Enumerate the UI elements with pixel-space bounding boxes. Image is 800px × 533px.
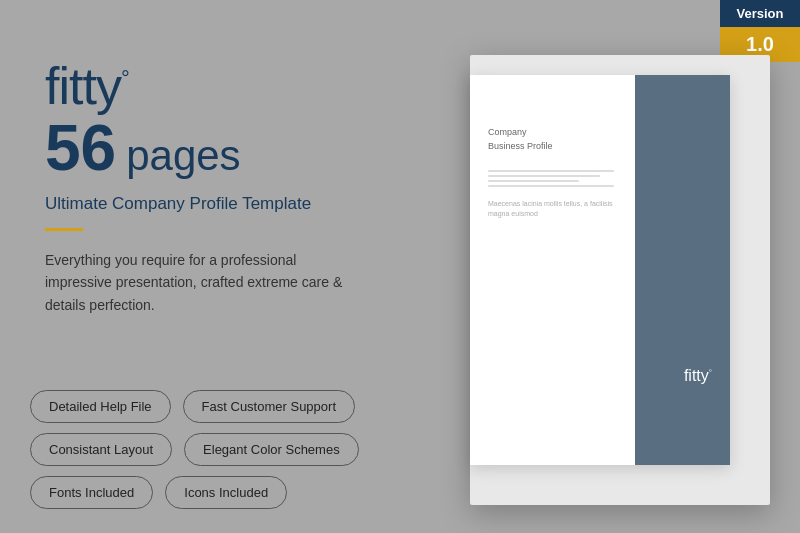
version-badge: Version 1.0 [720,0,800,62]
badge-fonts[interactable]: Fonts Included [30,476,153,509]
doc-line [488,180,579,182]
description: Everything you require for a professiona… [45,249,365,316]
doc-tagline: Maecenas lacinia mollis tellus, a facili… [488,199,628,220]
pages-word: pages [126,135,240,177]
doc-decorative-lines [488,170,628,187]
badges-row-3: Fonts Included Icons Included [30,476,430,509]
badges-container: Detailed Help File Fast Customer Support… [30,390,430,519]
doc-company-label: Company Business Profile [488,125,628,154]
doc-line [488,175,600,177]
version-label: Version [720,0,800,27]
pages-count: 56 [45,116,116,180]
badge-icons[interactable]: Icons Included [165,476,287,509]
subtitle: Ultimate Company Profile Template [45,194,405,214]
doc-brand-label: fitty° [684,367,712,385]
badge-support[interactable]: Fast Customer Support [183,390,355,423]
document-mockup: fitty° Company Business Profile Maecenas… [450,55,770,505]
doc-line [488,170,614,172]
badge-layout[interactable]: Consistant Layout [30,433,172,466]
brand-title: fitty° [45,60,405,112]
doc-line [488,185,614,187]
badges-row-2: Consistant Layout Elegant Color Schemes [30,433,430,466]
doc-text-area: Company Business Profile Maecenas lacini… [488,125,628,220]
doc-outer-frame: fitty° Company Business Profile Maecenas… [470,55,770,505]
badge-color[interactable]: Elegant Color Schemes [184,433,359,466]
badge-help-file[interactable]: Detailed Help File [30,390,171,423]
doc-accent-panel: fitty° [635,75,730,465]
left-content: fitty° 56 pages Ultimate Company Profile… [45,60,405,316]
doc-inner-page: fitty° Company Business Profile Maecenas… [470,75,730,465]
divider-line [45,228,83,231]
badges-row-1: Detailed Help File Fast Customer Support [30,390,430,423]
pages-line: 56 pages [45,116,405,180]
